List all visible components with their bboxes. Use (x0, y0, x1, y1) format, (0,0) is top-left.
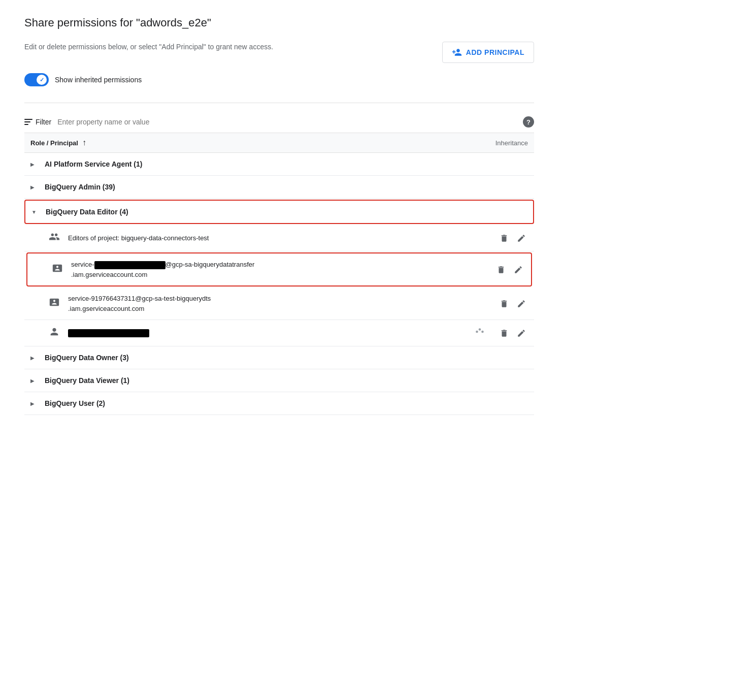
expand-icon: ▶ (30, 378, 41, 384)
principal-actions (498, 297, 528, 310)
filter-icon (24, 119, 32, 125)
principal-actions (474, 326, 528, 340)
role-row[interactable]: ▶ BigQuery Data Owner (3) (24, 346, 534, 369)
svg-point-2 (481, 331, 484, 333)
role-row[interactable]: ▶ BigQuery Data Viewer (1) (24, 369, 534, 392)
redacted-person (68, 329, 149, 337)
principal-actions (494, 263, 525, 276)
sort-arrow-icon[interactable]: ↑ (82, 138, 86, 147)
page-container: Share permissions for "adwords_e2e" Edit… (0, 0, 558, 431)
delete-button[interactable] (498, 327, 511, 340)
inheritance-dots-icon (474, 326, 485, 340)
edit-button[interactable] (512, 263, 525, 276)
toggle-track: ✓ (24, 73, 49, 86)
role-row[interactable]: ▶ AI Platform Service Agent (1) (24, 153, 534, 176)
header-description: Edit or delete permissions below, or sel… (24, 42, 273, 52)
principal-name (68, 328, 474, 338)
page-title: Share permissions for "adwords_e2e" (24, 16, 534, 29)
delete-button[interactable] (498, 232, 511, 245)
filter-input[interactable] (57, 118, 517, 126)
toggle-check-icon: ✓ (40, 77, 44, 83)
inheritance-header: Inheritance (495, 139, 528, 147)
expand-icon: ▼ (31, 209, 42, 215)
principal-actions (498, 232, 528, 245)
principal-row-person (24, 320, 534, 346)
role-row[interactable]: ▶ BigQuery User (2) (24, 392, 534, 415)
redacted-text (94, 261, 165, 269)
person-icon (49, 326, 63, 340)
role-name: BigQuery Data Editor (4) (46, 208, 128, 216)
inherited-permissions-toggle[interactable]: ✓ (24, 73, 49, 86)
add-principal-label: ADD PRINCIPAL (466, 48, 524, 56)
role-name: BigQuery Data Viewer (1) (45, 376, 129, 385)
principal-name: service-@gcp-sa-bigquerydatatransfer.iam… (71, 260, 494, 279)
expand-icon: ▶ (30, 355, 41, 361)
toggle-thumb: ✓ (37, 75, 47, 85)
toggle-label: Show inherited permissions (55, 76, 142, 84)
help-icon[interactable]: ? (523, 116, 534, 128)
add-person-icon (452, 47, 462, 57)
table-header: Role / Principal ↑ Inheritance (24, 133, 534, 153)
filter-bar: Filter ? (24, 111, 534, 133)
svg-point-0 (476, 331, 478, 333)
service-account-icon (52, 263, 66, 276)
filter-label-wrap: Filter (24, 118, 51, 126)
principal-row-service-account-2: service-919766437311@gcp-sa-test-bigquer… (24, 288, 534, 320)
principal-name: Editors of project: bigquery-data-connec… (68, 233, 498, 243)
principal-row-service-account-redacted: service-@gcp-sa-bigquerydatatransfer.iam… (26, 252, 532, 287)
edit-button[interactable] (515, 297, 528, 310)
role-name: BigQuery Data Owner (3) (45, 354, 129, 362)
svg-point-1 (479, 328, 481, 331)
header-row: Edit or delete permissions below, or sel… (24, 42, 534, 63)
principal-row: Editors of project: bigquery-data-connec… (24, 225, 534, 251)
expand-icon: ▶ (30, 184, 41, 190)
expand-icon: ▶ (30, 401, 41, 406)
edit-button[interactable] (515, 327, 528, 340)
role-name: BigQuery Admin (39) (45, 183, 115, 191)
delete-button[interactable] (494, 263, 508, 276)
delete-button[interactable] (498, 297, 511, 310)
divider (24, 103, 534, 103)
filter-label: Filter (36, 118, 51, 126)
expand-icon: ▶ (30, 162, 41, 167)
group-icon (49, 231, 63, 245)
add-principal-button[interactable]: ADD PRINCIPAL (442, 42, 534, 63)
role-principal-header: Role / Principal ↑ (30, 138, 86, 147)
role-row[interactable]: ▶ BigQuery Admin (39) (24, 176, 534, 199)
service-account-icon (49, 297, 63, 310)
role-name: AI Platform Service Agent (1) (45, 160, 142, 168)
role-row-bigquery-data-editor[interactable]: ▼ BigQuery Data Editor (4) (24, 200, 534, 224)
principal-name: service-919766437311@gcp-sa-test-bigquer… (68, 294, 498, 313)
role-name: BigQuery User (2) (45, 399, 105, 407)
toggle-row: ✓ Show inherited permissions (24, 73, 534, 86)
edit-button[interactable] (515, 232, 528, 245)
